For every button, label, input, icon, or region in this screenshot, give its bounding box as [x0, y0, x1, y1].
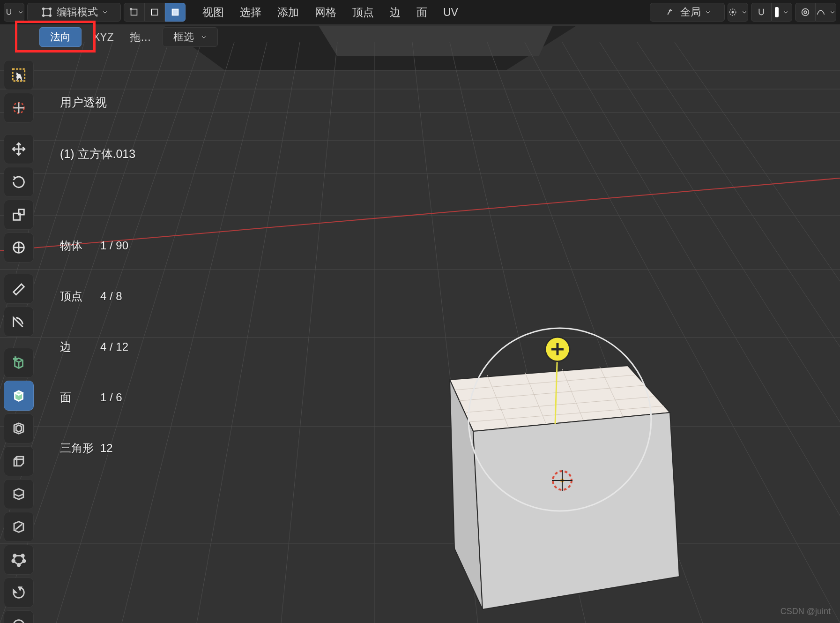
- tool-extrude[interactable]: [4, 381, 34, 411]
- face-select-mode[interactable]: [165, 3, 186, 22]
- menu-mesh[interactable]: 网格: [308, 5, 343, 20]
- normal-orientation-button[interactable]: 法向: [39, 27, 82, 47]
- svg-point-93: [14, 555, 16, 557]
- left-toolbar: +: [4, 60, 34, 623]
- svg-rect-59: [172, 9, 178, 15]
- header-bar: 编辑模式 视图 选择 添加 网格 顶点 边 面 UV 全局: [0, 0, 840, 24]
- svg-marker-65: [17, 73, 22, 81]
- tool-rotate[interactable]: [4, 167, 34, 197]
- tool-smooth[interactable]: [4, 610, 34, 623]
- tool-move[interactable]: [4, 134, 34, 164]
- overlay-object-name: (1) 立方体.013: [60, 145, 135, 162]
- svg-marker-98: [14, 590, 16, 593]
- mode-dropdown[interactable]: 编辑模式: [27, 3, 121, 22]
- svg-rect-57: [152, 9, 158, 15]
- snap-dropdown[interactable]: [4, 3, 24, 22]
- svg-point-62: [802, 9, 809, 16]
- menu-uv[interactable]: UV: [437, 6, 465, 19]
- svg-marker-85: [16, 425, 21, 432]
- svg-marker-86: [14, 457, 23, 466]
- proportional-falloff[interactable]: [816, 3, 836, 22]
- svg-rect-50: [44, 9, 51, 16]
- orientation-dropdown[interactable]: 全局: [650, 3, 725, 22]
- tool-add-cube[interactable]: +: [4, 348, 34, 378]
- tool-knife[interactable]: [4, 512, 34, 542]
- tool-settings-bar: 法向 XYZ 拖… 框选: [0, 24, 840, 50]
- svg-point-97: [12, 560, 15, 563]
- svg-point-60: [732, 11, 733, 13]
- stat-row: 三角形12: [60, 440, 135, 457]
- stat-row: 顶点4 / 8: [60, 288, 135, 305]
- menu-edge[interactable]: 边: [383, 5, 407, 20]
- menu-view[interactable]: 视图: [196, 5, 230, 20]
- drag-label[interactable]: 拖…: [125, 30, 156, 45]
- svg-text:+: +: [14, 355, 17, 362]
- tool-annotate[interactable]: [4, 274, 34, 304]
- tool-scale[interactable]: [4, 200, 34, 230]
- svg-point-54: [50, 15, 52, 17]
- cube-mesh[interactable]: [450, 366, 679, 609]
- tool-select-box[interactable]: [4, 60, 34, 90]
- orientation-label: 全局: [680, 5, 701, 19]
- svg-point-94: [22, 555, 24, 557]
- menu-face[interactable]: 面: [410, 5, 434, 20]
- select-mode-group: [124, 3, 186, 22]
- tool-loop-cut[interactable]: [4, 479, 34, 509]
- edge-select-mode[interactable]: [144, 3, 165, 22]
- svg-point-100: [14, 620, 24, 623]
- snap-toggle[interactable]: [751, 3, 772, 22]
- stat-row: 物体1 / 90: [60, 237, 135, 254]
- svg-point-51: [43, 8, 45, 10]
- proportional-edit-toggle[interactable]: [795, 3, 816, 22]
- tool-measure[interactable]: [4, 307, 34, 337]
- menu-vertex[interactable]: 顶点: [346, 5, 380, 20]
- tool-spin[interactable]: [4, 578, 34, 608]
- vertex-select-mode[interactable]: [124, 3, 144, 22]
- pivot-dropdown[interactable]: [728, 3, 748, 22]
- snap-color[interactable]: [772, 3, 792, 22]
- tool-inset[interactable]: [4, 413, 34, 443]
- svg-point-95: [23, 560, 26, 563]
- svg-point-52: [50, 8, 52, 10]
- tool-poly-build[interactable]: [4, 545, 34, 575]
- select-mode-dropdown[interactable]: 框选: [163, 27, 218, 47]
- viewport-overlay-stats: 用户透视 (1) 立方体.013 物体1 / 90 顶点4 / 8 边4 / 1…: [60, 60, 135, 473]
- svg-marker-99: [19, 587, 22, 590]
- tool-cursor[interactable]: [4, 93, 34, 123]
- watermark: CSDN @juint: [781, 607, 831, 616]
- tool-transform[interactable]: [4, 233, 34, 263]
- stat-row: 边4 / 12: [60, 338, 135, 355]
- svg-line-91: [15, 524, 22, 529]
- stat-row: 面1 / 6: [60, 389, 135, 406]
- mode-label: 编辑模式: [57, 5, 98, 19]
- svg-point-96: [17, 564, 20, 567]
- svg-line-73: [19, 213, 20, 215]
- menu-add[interactable]: 添加: [271, 5, 305, 20]
- select-mode-label: 框选: [173, 30, 194, 44]
- svg-point-53: [43, 15, 45, 17]
- svg-point-63: [804, 11, 807, 14]
- tool-bevel[interactable]: [4, 446, 34, 476]
- menu-select[interactable]: 选择: [233, 5, 268, 20]
- overlay-perspective-label: 用户透视: [60, 94, 135, 111]
- xyz-label[interactable]: XYZ: [88, 31, 119, 44]
- svg-point-56: [130, 8, 132, 10]
- normal-handle-plus[interactable]: [545, 337, 570, 361]
